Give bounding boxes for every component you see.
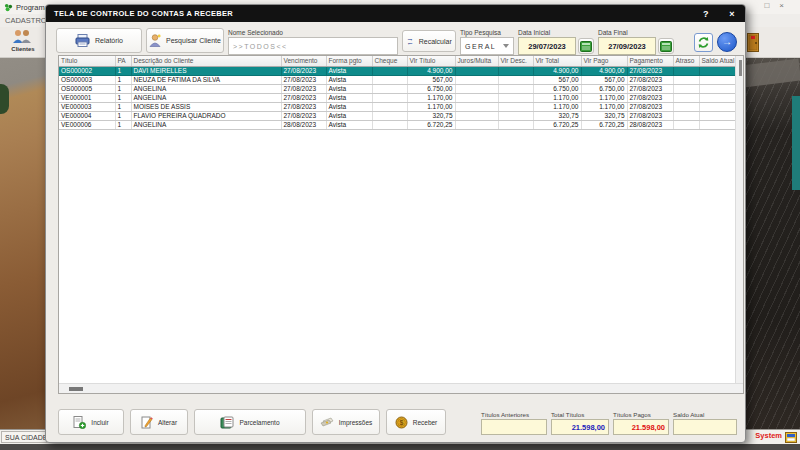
paid-titles-group: Títulos Pagos 21.598,00	[613, 411, 669, 435]
cell: 1.170,00	[407, 102, 455, 111]
end-date-group: Data Final 27/09/2023	[598, 29, 674, 55]
cell	[673, 75, 699, 84]
cell: 320,75	[581, 111, 627, 120]
receive-button[interactable]: $ Receber	[386, 409, 446, 435]
column-header: Vlr Desc.	[498, 56, 533, 66]
cell: 28/08/2023	[627, 120, 673, 129]
cell: OS000003	[59, 75, 115, 84]
table-row[interactable]: VE0000061ANGELINA28/08/2023Avista6.720,2…	[59, 120, 735, 129]
cell: 27/08/2023	[627, 66, 673, 75]
help-button[interactable]: ?	[693, 5, 719, 22]
toolbar-item-clientes[interactable]: Clientes	[6, 29, 40, 55]
edit-button[interactable]: Alterar	[130, 409, 188, 435]
edit-button-label: Alterar	[158, 419, 177, 426]
table-row[interactable]: OS0000021DAVI MEIRELLES27/08/2023Avista4…	[59, 66, 735, 75]
table-row[interactable]: VE0000011ANGELINA27/08/2023Avista1.170,0…	[59, 93, 735, 102]
cell	[372, 102, 407, 111]
cell	[673, 66, 699, 75]
column-header: Atraso	[673, 56, 699, 66]
cell: 1.170,00	[533, 102, 581, 111]
cell: DAVI MEIRELLES	[131, 66, 281, 75]
recalculate-button-label: Recalcular	[419, 38, 452, 45]
cell	[673, 102, 699, 111]
table-row[interactable]: OS0000031NEUZA DE FATIMA DA SILVA27/08/2…	[59, 75, 735, 84]
cell: 27/08/2023	[627, 93, 673, 102]
cell: 27/08/2023	[281, 84, 326, 93]
table-row[interactable]: VE0000031MOISES DE ASSIS27/08/2023Avista…	[59, 102, 735, 111]
recalculate-button[interactable]: →← Recalcular	[402, 30, 456, 52]
include-button[interactable]: Incluir	[58, 409, 124, 435]
selected-name-input[interactable]: >>TODOS<<	[228, 37, 398, 55]
search-client-button[interactable]: Pesquisar Cliente	[146, 28, 224, 53]
end-date-input[interactable]: 27/09/2023	[598, 37, 656, 55]
cell: 1.170,00	[407, 93, 455, 102]
start-date-group: Data Inicial 29/07/2023	[518, 29, 594, 55]
current-balance-group: Saldo Atual	[673, 411, 737, 435]
cell	[699, 75, 735, 84]
cell: 6.750,00	[581, 84, 627, 93]
receivables-grid: TítuloPADescrição do ClienteVencimentoFo…	[58, 55, 744, 394]
printouts-button[interactable]: Impressões	[312, 409, 380, 435]
paid-titles-value: 21.598,00	[613, 419, 669, 435]
cell: 27/08/2023	[281, 66, 326, 75]
cell: 4.900,00	[407, 66, 455, 75]
edit-icon	[141, 416, 153, 429]
selected-name-group: Nome Selecionado >>TODOS<<	[228, 29, 398, 55]
app-logo-icon	[4, 3, 13, 12]
cell: 27/08/2023	[281, 93, 326, 102]
refresh-button[interactable]	[694, 33, 713, 52]
desktop-photo-teal-strip	[792, 96, 800, 190]
cell: 28/08/2023	[281, 120, 326, 129]
cell: 1.170,00	[533, 93, 581, 102]
vertical-scrollbar-thumb[interactable]	[739, 60, 742, 76]
cell: VE000001	[59, 93, 115, 102]
cell: 6.720,25	[581, 120, 627, 129]
background-window-controls[interactable]: □×	[764, 1, 794, 10]
cell	[498, 120, 533, 129]
search-type-select[interactable]: GERAL	[460, 37, 514, 55]
exit-door-icon[interactable]	[747, 33, 759, 52]
cell	[699, 102, 735, 111]
cell	[455, 120, 498, 129]
person-search-icon	[149, 34, 161, 47]
report-button[interactable]: Relatório	[56, 28, 142, 53]
cell: 1	[115, 102, 131, 111]
paid-titles-label: Títulos Pagos	[613, 411, 669, 418]
cell	[455, 93, 498, 102]
vertical-scrollbar[interactable]	[735, 56, 743, 383]
column-header: Vlr Total	[533, 56, 581, 66]
cell: 567,00	[407, 75, 455, 84]
horizontal-scrollbar[interactable]	[59, 383, 743, 393]
table-row[interactable]: OS0000051ANGELINA27/08/2023Avista6.750,0…	[59, 84, 735, 93]
cell: 4.900,00	[581, 66, 627, 75]
start-date-calendar-button[interactable]	[578, 38, 594, 54]
selected-name-label: Nome Selecionado	[228, 29, 398, 36]
cell	[372, 111, 407, 120]
start-date-input[interactable]: 29/07/2023	[518, 37, 576, 55]
cell: 27/08/2023	[627, 111, 673, 120]
background-window-title: Programa	[16, 3, 49, 12]
cell: ANGELINA	[131, 93, 281, 102]
horizontal-scrollbar-thumb[interactable]	[69, 387, 83, 391]
previous-titles-group: Títulos Anteriores	[481, 411, 547, 435]
cell	[498, 93, 533, 102]
cell: NEUZA DE FATIMA DA SILVA	[131, 75, 281, 84]
table-row[interactable]: VE0000041FLAVIO PEREIRA QUADRADO27/08/20…	[59, 111, 735, 120]
cell: MOISES DE ASSIS	[131, 102, 281, 111]
cell	[699, 120, 735, 129]
close-icon: ×	[779, 1, 794, 10]
cell: 567,00	[533, 75, 581, 84]
search-type-label: Tipo Pesquisa	[460, 29, 514, 36]
cell	[372, 84, 407, 93]
tray-app-icon[interactable]	[785, 431, 797, 443]
cell: VE000006	[59, 120, 115, 129]
close-button[interactable]: ×	[719, 5, 745, 22]
cell	[673, 111, 699, 120]
previous-titles-value	[481, 419, 547, 435]
next-arrow-button[interactable]: →	[717, 32, 737, 52]
end-date-calendar-button[interactable]	[658, 38, 674, 54]
cell	[455, 84, 498, 93]
installments-button[interactable]: Parcelamento	[194, 409, 306, 435]
cell: Avista	[326, 120, 372, 129]
cell: Avista	[326, 66, 372, 75]
